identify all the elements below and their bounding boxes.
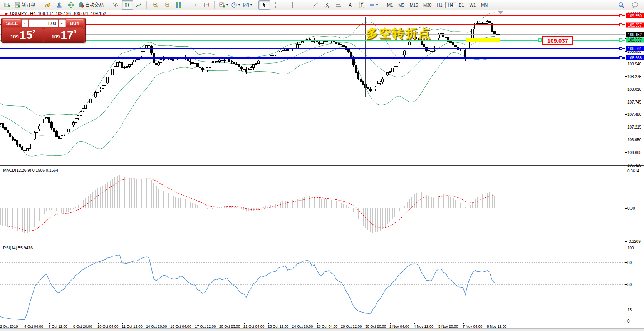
price-level-badge: 109.037 — [626, 38, 644, 43]
grid-plus-icon — [4, 2, 10, 8]
zoom-out-button[interactable] — [161, 0, 173, 10]
svg-text:E: E — [328, 6, 329, 8]
line-chart-button[interactable] — [133, 0, 145, 10]
sell-button[interactable]: SELL — [3, 19, 21, 27]
toolbar-separator — [186, 1, 188, 9]
sell-price-button[interactable]: 109 15 2 — [3, 28, 43, 42]
timeframe-d1-button[interactable]: D1 — [456, 2, 467, 8]
macd-scale-label: 0.00 — [627, 206, 635, 211]
toolbar-separator — [214, 1, 216, 9]
timeframe-w1-button[interactable]: W1 — [467, 2, 479, 8]
auto-scroll-button[interactable] — [190, 0, 201, 10]
svg-text:F: F — [340, 6, 341, 8]
buy-price-pip: 0 — [74, 29, 76, 35]
text-button[interactable]: A — [344, 0, 356, 10]
search-button[interactable] — [615, 0, 627, 10]
clock-icon — [231, 2, 237, 8]
auto-trading-button[interactable]: 自动交易 — [77, 0, 105, 10]
textA-icon: A — [347, 2, 353, 8]
eraser-button[interactable] — [42, 0, 54, 10]
macd-scale-label: 0.3614 — [627, 169, 639, 173]
person-icon — [56, 2, 62, 8]
indicators-button[interactable]: ▾ — [218, 0, 230, 10]
time-axis-label: 7 Oct 12:00 — [49, 324, 67, 328]
price-tick: 107.480 — [627, 112, 644, 117]
fibonacci-button[interactable]: F — [333, 0, 344, 10]
timeframe-h1-button[interactable]: H1 — [434, 2, 445, 8]
time-axis-label: 8 Nov 12:00 — [487, 324, 506, 328]
new-order-button[interactable]: 新订单 — [13, 0, 37, 10]
time-axis-label: 11 Oct 12:00 — [122, 324, 143, 328]
time-axis-label: 28 Oct 04:00 — [317, 324, 337, 328]
tiles-icon — [176, 2, 182, 8]
buy-price-button[interactable]: 109 17 0 — [44, 28, 84, 42]
buy-button[interactable]: BUY — [65, 19, 84, 27]
text-label-button[interactable]: T — [356, 0, 367, 10]
time-axis-label: 14 Oct 20:00 — [146, 324, 167, 328]
candles-icon — [124, 2, 131, 8]
shapes-icon — [369, 2, 375, 8]
periods-button[interactable]: ▾ — [230, 0, 242, 10]
toolbar-separator — [146, 1, 148, 9]
trendline-button[interactable] — [310, 0, 321, 10]
time-axis-label: 4 Oct 04:00 — [24, 324, 43, 328]
arrows-button[interactable]: ▾ — [367, 0, 379, 10]
bar-chart-button[interactable] — [110, 0, 122, 10]
price-level-badge: 109.550 — [626, 13, 644, 18]
sell-price-base: 109 — [10, 34, 19, 40]
vline-icon — [289, 2, 295, 8]
tile-windows-button[interactable] — [173, 0, 184, 10]
ohlc-open: 109.137 — [38, 11, 53, 16]
chat-button[interactable] — [629, 0, 641, 10]
chart-shift-button[interactable] — [201, 0, 213, 10]
channel-icon: E — [324, 2, 330, 8]
price-tick: 108.540 — [627, 62, 644, 66]
trendline-icon — [312, 2, 319, 8]
timeframe-h4-button[interactable]: H4 — [445, 2, 456, 8]
new-chart-button[interactable] — [2, 0, 13, 10]
templates-button[interactable]: ▾ — [242, 0, 253, 10]
profile-button[interactable] — [54, 0, 65, 10]
volume-input[interactable]: 1.00 — [29, 19, 58, 27]
price-tick: 106.420 — [627, 163, 644, 167]
volume-decrease-button[interactable]: ▼ — [22, 19, 28, 27]
timeframe-m5-button[interactable]: M5 — [396, 2, 407, 8]
chart-shift-marker — [497, 11, 503, 14]
zoom-in-icon — [153, 2, 159, 8]
macd-histogram — [0, 175, 495, 233]
horizontal-line-button[interactable] — [298, 0, 310, 10]
timeframe-mn-button[interactable]: MN — [478, 2, 490, 8]
buy-price-base: 109 — [52, 34, 60, 40]
zoom-in-button[interactable] — [150, 0, 161, 10]
search-icon — [618, 2, 625, 8]
signals-button[interactable] — [65, 0, 77, 10]
signal-icon — [68, 2, 74, 8]
timeframe-m1-button[interactable]: M1 — [384, 2, 396, 8]
timeframe-m15-button[interactable]: M15 — [407, 2, 421, 8]
time-axis-label: 30 Oct 20:00 — [365, 324, 386, 328]
time-axis-label: 7 Nov 04:00 — [463, 324, 482, 328]
channel-button[interactable]: E — [321, 0, 333, 10]
volume-increase-button[interactable]: ▲ — [59, 19, 65, 27]
price-tick: 108.275 — [627, 74, 644, 79]
crosshair-button[interactable] — [270, 0, 282, 10]
time-axis-label: 17 Oct 12:00 — [195, 324, 216, 328]
timeframe-m30-button[interactable]: M30 — [421, 2, 434, 8]
time-axis-label: 5 Nov 20:00 — [438, 324, 458, 328]
vertical-line-button[interactable] — [287, 0, 298, 10]
rsi-scale-label: 15 — [627, 308, 632, 312]
price-level-flag[interactable]: 109.037 — [542, 36, 573, 45]
symbol-period-label: USDJPY-, H4 — [10, 11, 35, 16]
candlestick-chart-button[interactable] — [122, 0, 133, 10]
cursor-button[interactable] — [258, 0, 270, 10]
mt4-window: 新订单自动交易▾▾▾EFAT▾M1M5M15M30H1H4D1W1MN ▶ US… — [0, 0, 644, 331]
price-level-badge: 109.152 — [626, 32, 644, 37]
indicator-icon — [219, 2, 225, 8]
svg-text:T: T — [361, 3, 363, 7]
chartshift-icon — [204, 2, 210, 8]
sell-price-main: 15 — [20, 29, 32, 41]
price-tick: 106.685 — [627, 150, 644, 155]
eraser-icon — [45, 2, 51, 8]
linechart-icon — [136, 2, 142, 8]
auto-trading-button-label: 自动交易 — [85, 2, 104, 8]
